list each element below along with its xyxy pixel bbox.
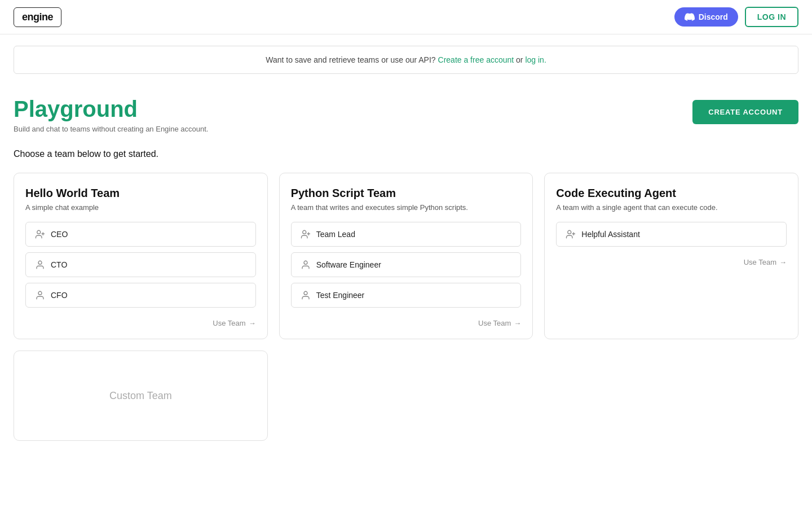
custom-team-label: Custom Team — [109, 390, 172, 402]
choose-text: Choose a team below to get started. — [14, 149, 798, 159]
header: engine Discord LOG IN — [0, 0, 812, 34]
agent-name-cto: CTO — [51, 260, 67, 269]
login-link[interactable]: log in. — [525, 55, 546, 64]
team-card-hello-world: Hello World Team A simple chat example C… — [14, 173, 268, 339]
discord-icon — [685, 12, 695, 22]
agent-item-team-lead[interactable]: Team Lead — [291, 222, 522, 247]
arrow-right-icon: → — [249, 319, 256, 327]
person-add-icon-ha — [566, 229, 576, 239]
person-icon-cto — [35, 260, 45, 270]
agent-name-software-engineer: Software Engineer — [316, 260, 381, 269]
svg-point-4 — [38, 291, 42, 295]
svg-point-8 — [304, 261, 307, 264]
svg-point-0 — [37, 230, 41, 234]
main-content: Playground Build and chat to teams witho… — [0, 85, 812, 463]
agent-item-software-engineer[interactable]: Software Engineer — [291, 252, 522, 277]
page-header-left: Playground Build and chat to teams witho… — [14, 97, 208, 133]
card-desc-python-script: A team that writes and executes simple P… — [291, 203, 522, 212]
banner-text: Want to save and retrieve teams or use o… — [266, 55, 435, 64]
custom-team-card[interactable]: Custom Team — [14, 351, 268, 441]
arrow-right-icon-2: → — [514, 319, 521, 327]
header-actions: Discord LOG IN — [674, 7, 798, 27]
svg-point-9 — [304, 291, 307, 295]
card-desc-hello-world: A simple chat example — [25, 203, 256, 212]
card-title-hello-world: Hello World Team — [25, 187, 256, 200]
login-button[interactable]: LOG IN — [745, 7, 798, 27]
team-card-code-executing: Code Executing Agent A team with a singl… — [544, 173, 798, 339]
discord-label: Discord — [699, 12, 728, 21]
agent-list-hello-world: CEO CTO CFO — [25, 222, 256, 308]
person-icon-cfo — [35, 290, 45, 300]
create-account-button[interactable]: CREATE ACCOUNT — [692, 100, 798, 124]
use-team-hello-world[interactable]: Use Team → — [25, 319, 256, 327]
page-title: Playground — [14, 97, 208, 121]
use-team-code-executing[interactable]: Use Team → — [556, 258, 787, 266]
agent-item-cto[interactable]: CTO — [25, 252, 256, 277]
agent-name-helpful-assistant: Helpful Assistant — [581, 230, 640, 239]
team-card-python-script: Python Script Team A team that writes an… — [279, 173, 533, 339]
person-icon-se — [301, 260, 311, 270]
arrow-right-icon-3: → — [779, 258, 787, 266]
agent-name-test-engineer: Test Engineer — [316, 291, 365, 300]
card-title-python-script: Python Script Team — [291, 187, 522, 200]
card-desc-code-executing: A team with a single agent that can exec… — [556, 203, 787, 212]
svg-point-5 — [302, 230, 306, 234]
agent-name-ceo: CEO — [51, 230, 68, 239]
discord-button[interactable]: Discord — [674, 7, 738, 27]
info-banner: Want to save and retrieve teams or use o… — [14, 46, 798, 74]
svg-point-10 — [568, 230, 571, 234]
person-icon-te — [301, 290, 311, 300]
bottom-grid: Custom Team — [14, 351, 798, 441]
person-add-icon-lead — [301, 229, 311, 239]
agent-name-team-lead: Team Lead — [316, 230, 355, 239]
card-title-code-executing: Code Executing Agent — [556, 187, 787, 200]
use-team-python-script[interactable]: Use Team → — [291, 319, 522, 327]
banner-or: or — [516, 55, 523, 64]
agent-item-ceo[interactable]: CEO — [25, 222, 256, 247]
agent-item-helpful-assistant[interactable]: Helpful Assistant — [556, 222, 787, 247]
team-cards-grid: Hello World Team A simple chat example C… — [14, 173, 798, 339]
agent-item-cfo[interactable]: CFO — [25, 283, 256, 308]
agent-name-cfo: CFO — [51, 291, 68, 300]
agent-list-python-script: Team Lead Software Engineer Test Enginee… — [291, 222, 522, 308]
agent-list-code-executing: Helpful Assistant — [556, 222, 787, 247]
page-subtitle: Build and chat to teams without creating… — [14, 125, 208, 133]
page-header: Playground Build and chat to teams witho… — [14, 97, 798, 133]
person-add-icon — [35, 229, 45, 239]
create-free-account-link[interactable]: Create a free account — [438, 55, 514, 64]
agent-item-test-engineer[interactable]: Test Engineer — [291, 283, 522, 308]
svg-point-3 — [38, 261, 42, 264]
logo: engine — [14, 7, 61, 27]
